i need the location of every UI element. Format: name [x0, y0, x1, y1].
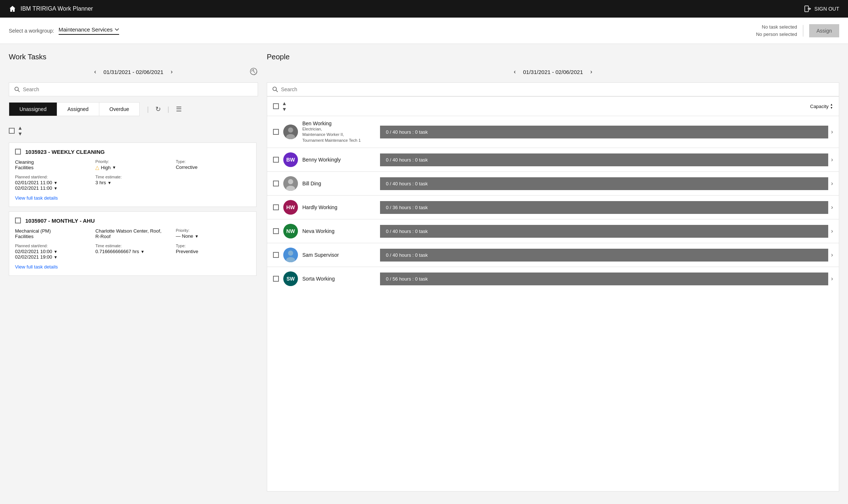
- toolbar: Select a workgroup: Maintenance Services…: [0, 18, 848, 44]
- expand-arrow-4[interactable]: ›: [831, 228, 833, 234]
- task-title-2: 1035907 - MONTHLY - AHU: [25, 218, 95, 224]
- view-details-link-2[interactable]: View full task details: [15, 264, 58, 270]
- task-grid: CleaningFacilities Priority: △ High ▼ Ty…: [15, 159, 250, 191]
- work-tasks-next-btn[interactable]: ›: [168, 67, 176, 77]
- expand-arrow-5[interactable]: ›: [831, 252, 833, 258]
- person-checkbox-3[interactable]: [273, 204, 279, 210]
- person-checkbox-0[interactable]: [273, 129, 279, 135]
- people-prev-btn[interactable]: ‹: [511, 67, 519, 77]
- expand-arrow-6[interactable]: ›: [831, 275, 833, 282]
- person-row: Bill Ding 0 / 40 hours : 0 task ›: [267, 172, 839, 196]
- task-planned-end: 02/02/2021 11:00 ▼: [15, 185, 89, 191]
- person-avatar-4: NW: [283, 224, 298, 238]
- time-arrow-2[interactable]: ▼: [141, 249, 145, 254]
- task-time-field: Time estimate: 3 hrs ▼: [95, 175, 170, 191]
- tab-overdue[interactable]: Overdue: [99, 103, 140, 116]
- person-info-0: Ben Working Electrician,Maintenance Work…: [302, 121, 376, 143]
- person-checkbox-4[interactable]: [273, 228, 279, 234]
- people-next-btn[interactable]: ›: [587, 67, 595, 77]
- capacity-bar-container-3: 0 / 36 hours : 0 task ›: [380, 201, 833, 214]
- svg-line-5: [18, 90, 19, 92]
- work-tasks-prev-btn[interactable]: ‹: [91, 67, 99, 77]
- capacity-bar-2: 0 / 40 hours : 0 task: [380, 177, 828, 190]
- task-priority-2: — None ▼: [176, 233, 250, 239]
- tab-assigned[interactable]: Assigned: [57, 103, 99, 116]
- sync-button[interactable]: [249, 67, 258, 77]
- person-info-1: Benny Workingly: [302, 157, 376, 163]
- capacity-bar-0: 0 / 40 hours : 0 task: [380, 126, 828, 138]
- no-person-text: No person selected: [756, 31, 797, 38]
- capacity-bar-container-6: 0 / 56 hours : 0 task ›: [380, 273, 833, 285]
- work-tasks-search-input[interactable]: [23, 86, 252, 92]
- person-checkbox-2[interactable]: [273, 181, 279, 186]
- people-search-input[interactable]: [281, 86, 834, 92]
- person-info-6: Sorta Working: [302, 276, 376, 282]
- task-planned-start: 02/01/2021 11:00 ▼: [15, 180, 89, 185]
- capacity-bar-1: 0 / 40 hours : 0 task: [380, 153, 828, 166]
- chevron-down-icon: [115, 28, 119, 31]
- expand-arrow-0[interactable]: ›: [831, 129, 833, 135]
- sign-out-icon: [804, 5, 811, 12]
- work-tasks-title: Work Tasks: [9, 53, 258, 61]
- time-arrow[interactable]: ▼: [107, 181, 111, 185]
- capacity-sort-arrows[interactable]: ▲ ▼: [830, 103, 833, 110]
- task-card-header-2: 1035907 - MONTHLY - AHU: [15, 218, 250, 224]
- task-checkbox[interactable]: [15, 149, 21, 155]
- person-info-3: Hardly Working: [302, 204, 376, 210]
- work-tasks-date-nav: ‹ 01/31/2021 - 02/06/2021 ›: [9, 67, 258, 77]
- person-avatar-6: SW: [283, 271, 298, 286]
- capacity-bar-container-0: 0 / 40 hours : 0 task ›: [380, 126, 833, 138]
- capacity-bar-container-4: 0 / 40 hours : 0 task ›: [380, 225, 833, 238]
- expand-arrow-3[interactable]: ›: [831, 204, 833, 211]
- person-row: NW Neva Working 0 / 40 hours : 0 task ›: [267, 219, 839, 243]
- planned-start-arrow-2[interactable]: ▼: [54, 249, 58, 254]
- expand-arrow-2[interactable]: ›: [831, 180, 833, 187]
- planned-end-arrow[interactable]: ▼: [54, 186, 58, 190]
- person-checkbox-5[interactable]: [273, 252, 279, 258]
- person-row: HW Hardly Working 0 / 36 hours : 0 task …: [267, 196, 839, 219]
- search-icon: [14, 86, 20, 92]
- task-type: Corrective: [176, 164, 250, 170]
- type-label-2: Type:: [176, 244, 250, 248]
- people-panel: People ‹ 01/31/2021 - 02/06/2021 › ▲ ▼ C…: [267, 53, 839, 492]
- assign-button[interactable]: Assign: [809, 24, 839, 37]
- sort-button[interactable]: ▲ ▼: [18, 125, 23, 137]
- task-planned-start-2: 02/02/2021 10:00 ▼: [15, 249, 89, 254]
- task-checkbox-2[interactable]: [15, 218, 21, 223]
- select-all-checkbox[interactable]: [9, 128, 15, 134]
- planned-start-arrow[interactable]: ▼: [54, 181, 58, 185]
- sam-supervisor-avatar: [283, 248, 298, 262]
- assign-section: No task selected No person selected Assi…: [756, 23, 839, 38]
- capacity-bar-container-2: 0 / 40 hours : 0 task ›: [380, 177, 833, 190]
- time-label-2: Time estimate:: [95, 244, 170, 248]
- person-checkbox-1[interactable]: [273, 157, 279, 163]
- svg-line-7: [276, 90, 277, 92]
- person-name-5: Sam Supervisor: [302, 252, 376, 258]
- sign-out-button[interactable]: SIGN OUT: [804, 5, 839, 12]
- workgroup-section: Select a workgroup: Maintenance Services: [9, 26, 119, 35]
- people-sort-button[interactable]: ▲ ▼: [282, 100, 287, 112]
- priority-dropdown-arrow-2[interactable]: ▼: [195, 234, 199, 238]
- capacity-bar-4: 0 / 40 hours : 0 task: [380, 225, 828, 238]
- tab-unassigned[interactable]: Unassigned: [9, 103, 57, 116]
- type-label: Type:: [176, 159, 250, 164]
- task-planned-end-2: 02/02/2021 19:00 ▼: [15, 254, 89, 260]
- view-details-link-1[interactable]: View full task details: [15, 195, 58, 201]
- person-info-2: Bill Ding: [302, 181, 376, 186]
- person-checkbox-6[interactable]: [273, 276, 279, 282]
- bill-ding-avatar: [283, 176, 298, 191]
- priority-dropdown-arrow[interactable]: ▼: [112, 165, 116, 170]
- svg-point-9: [288, 127, 293, 133]
- divider: [803, 25, 803, 37]
- planned-label: Planned start/end:: [15, 175, 89, 179]
- workgroup-dropdown[interactable]: Maintenance Services: [59, 26, 119, 35]
- planned-end-arrow-2[interactable]: ▼: [54, 255, 58, 259]
- expand-arrow-1[interactable]: ›: [831, 156, 833, 163]
- task-time-field-2: Time estimate: 0.716666666667 hrs ▼: [95, 244, 170, 260]
- list-view-button[interactable]: ☰: [174, 103, 184, 115]
- select-all-people-checkbox[interactable]: [273, 103, 279, 109]
- task-category-field: CleaningFacilities: [15, 159, 89, 170]
- time-label: Time estimate:: [95, 175, 170, 179]
- work-tasks-search-bar: [9, 82, 258, 96]
- undo-button[interactable]: ↻: [153, 103, 163, 115]
